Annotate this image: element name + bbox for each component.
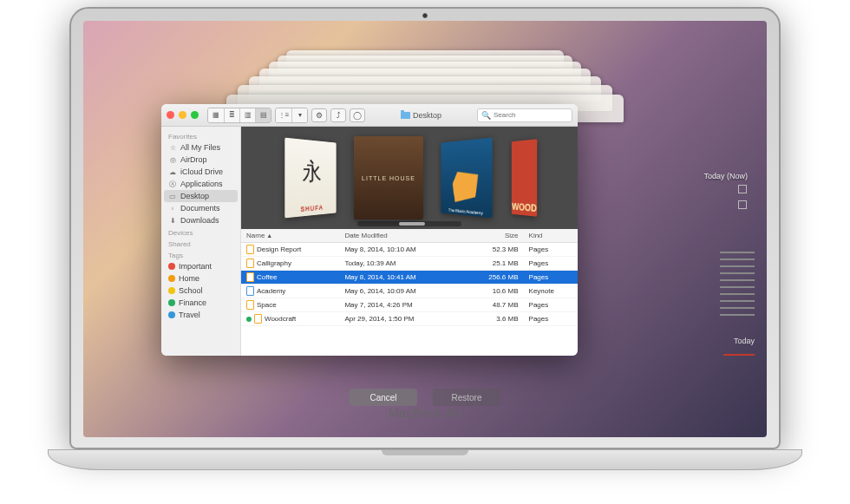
view-icon-button[interactable]: ▦: [208, 108, 224, 122]
sidebar-item-home[interactable]: Home: [161, 272, 240, 285]
sidebar-item-downloads[interactable]: ⬇Downloads: [161, 214, 240, 226]
timeline-now-label: Today: [734, 337, 755, 345]
folder-icon: [401, 112, 410, 119]
column-header-size[interactable]: Size: [463, 229, 524, 243]
sidebar: Favorites☆All My Files◎AirDrop☁iCloud Dr…: [161, 127, 241, 356]
cell-kind: Pages: [524, 257, 578, 271]
cell-kind: Pages: [524, 312, 578, 326]
sidebar-item-label: Finance: [179, 298, 206, 307]
coverflow[interactable]: 永 SHUFA LITTLE HOUSE Coffee The Music Ac…: [241, 127, 578, 229]
cover-item-coffee[interactable]: LITTLE HOUSE Coffee: [354, 136, 423, 219]
cell-date: Apr 29, 2014, 1:50 PM: [339, 312, 462, 326]
finder-window: ▦ ≣ ▥ ▤ ⋮≡ ▾ ⚙ ⤴ ◯ Desktop: [161, 104, 578, 356]
cell-name: Coffee: [241, 271, 339, 285]
laptop-frame: Today (Now) Today: [48, 7, 802, 470]
file-icon: [246, 259, 254, 268]
sidebar-heading: Shared: [161, 238, 240, 249]
search-input[interactable]: [494, 111, 568, 119]
view-coverflow-button[interactable]: ▤: [255, 108, 271, 122]
sidebar-item-airdrop[interactable]: ◎AirDrop: [161, 154, 240, 166]
table-row[interactable]: SpaceMay 7, 2014, 4:26 PM48.7 MBPages: [241, 298, 578, 312]
cell-kind: Keynote: [524, 285, 578, 298]
arrange-button[interactable]: ⋮≡: [276, 108, 291, 122]
table-row[interactable]: CalligraphyToday, 10:39 AM25.1 MBPages: [241, 257, 578, 271]
cell-name: Academy: [241, 285, 339, 298]
sidebar-item-desktop[interactable]: ▭Desktop: [164, 190, 238, 202]
cell-name: Calligraphy: [241, 257, 339, 271]
cell-date: Today, 10:39 AM: [339, 257, 462, 271]
laptop-lid: Today (Now) Today: [69, 7, 781, 449]
sidebar-item-icloud-drive[interactable]: ☁iCloud Drive: [161, 166, 240, 178]
close-button[interactable]: [167, 111, 174, 119]
view-mode-segment: ▦ ≣ ▥ ▤: [207, 108, 271, 123]
sidebar-heading: Favorites: [161, 130, 240, 141]
cell-size: 256.6 MB: [463, 271, 524, 285]
sidebar-item-important[interactable]: Important: [161, 260, 240, 272]
table-row[interactable]: CoffeeMay 8, 2014, 10:41 AM256.6 MBPages: [241, 271, 578, 285]
table-row[interactable]: Design ReportMay 8, 2014, 10:10 AM52.3 M…: [241, 243, 578, 257]
file-list: Name▲Date ModifiedSizeKind Design Report…: [241, 229, 578, 356]
main-pane: 永 SHUFA LITTLE HOUSE Coffee The Music Ac…: [241, 127, 578, 356]
coverflow-scrollbar[interactable]: [357, 221, 461, 226]
cell-name: Space: [241, 298, 339, 312]
view-column-button[interactable]: ▥: [239, 108, 255, 122]
sidebar-item-school[interactable]: School: [161, 285, 240, 297]
timeline-nav-up[interactable]: [738, 185, 747, 193]
sidebar-item-documents[interactable]: ▫Documents: [161, 202, 240, 214]
cancel-button[interactable]: Cancel: [350, 389, 417, 406]
cell-date: May 8, 2014, 10:41 AM: [339, 271, 462, 285]
window-title: Desktop: [369, 111, 474, 120]
search-field[interactable]: 🔍: [477, 108, 572, 122]
cell-date: May 7, 2014, 4:26 PM: [339, 298, 462, 312]
window-controls: [167, 111, 199, 119]
cell-size: 52.3 MB: [463, 243, 524, 257]
table-row[interactable]: AcademyMay 6, 2014, 10:09 AM10.6 MBKeyno…: [241, 285, 578, 298]
cloud-icon: ☁: [168, 167, 177, 176]
search-icon: 🔍: [481, 111, 491, 120]
device-brand-label: MacBook Air: [389, 406, 461, 420]
restore-button[interactable]: Restore: [433, 389, 500, 406]
cover-item-wood[interactable]: WOOD: [512, 139, 538, 216]
sidebar-item-label: Downloads: [180, 216, 219, 225]
minimize-button[interactable]: [179, 111, 186, 119]
sidebar-item-finance[interactable]: Finance: [161, 297, 240, 309]
tag-dot-icon: [168, 275, 175, 282]
time-machine-actions: Cancel Restore: [350, 389, 500, 406]
column-header-date-modified[interactable]: Date Modified: [339, 229, 462, 243]
share-button[interactable]: ⤴: [330, 108, 346, 122]
sidebar-item-label: Travel: [179, 311, 200, 319]
tag-dot-icon: [168, 311, 175, 318]
cell-name: Woodcraft: [241, 312, 339, 326]
tags-button[interactable]: ◯: [350, 108, 365, 122]
sidebar-item-label: Applications: [180, 180, 223, 188]
cell-date: May 8, 2014, 10:10 AM: [339, 243, 462, 257]
maximize-button[interactable]: [191, 111, 199, 119]
table-row[interactable]: WoodcraftApr 29, 2014, 1:50 PM3.6 MBPage…: [241, 312, 578, 326]
sidebar-heading: Devices: [161, 226, 240, 238]
sidebar-item-all-my-files[interactable]: ☆All My Files: [161, 141, 240, 154]
sort-indicator-icon: ▲: [266, 232, 272, 239]
cell-size: 10.6 MB: [463, 285, 524, 298]
column-header-name[interactable]: Name▲: [241, 229, 339, 243]
sidebar-item-label: AirDrop: [180, 155, 207, 164]
column-header-kind[interactable]: Kind: [524, 229, 578, 243]
tag-dot-icon: [168, 287, 175, 294]
sidebar-item-applications[interactable]: ⒶApplications: [161, 178, 240, 190]
doc-icon: ▫: [168, 204, 177, 213]
cell-kind: Pages: [524, 243, 578, 257]
sidebar-item-label: All My Files: [180, 143, 220, 152]
download-icon: ⬇: [168, 216, 177, 225]
sidebar-item-travel[interactable]: Travel: [161, 309, 240, 321]
tag-dot-icon: [168, 299, 175, 306]
tag-dot-icon: [168, 263, 175, 270]
arrange-dropdown[interactable]: ▾: [291, 108, 307, 122]
action-gear-button[interactable]: ⚙: [311, 108, 327, 122]
time-machine-timeline[interactable]: Today (Now) Today: [677, 73, 755, 385]
cover-item-music[interactable]: The Music Academy: [441, 138, 492, 219]
cell-size: 25.1 MB: [463, 257, 524, 271]
timeline-nav-down[interactable]: [738, 200, 747, 209]
cover-item-shufa[interactable]: 永 SHUFA: [284, 138, 336, 219]
view-list-button[interactable]: ≣: [224, 108, 239, 122]
apps-icon: Ⓐ: [168, 180, 177, 188]
cell-kind: Pages: [524, 271, 578, 285]
